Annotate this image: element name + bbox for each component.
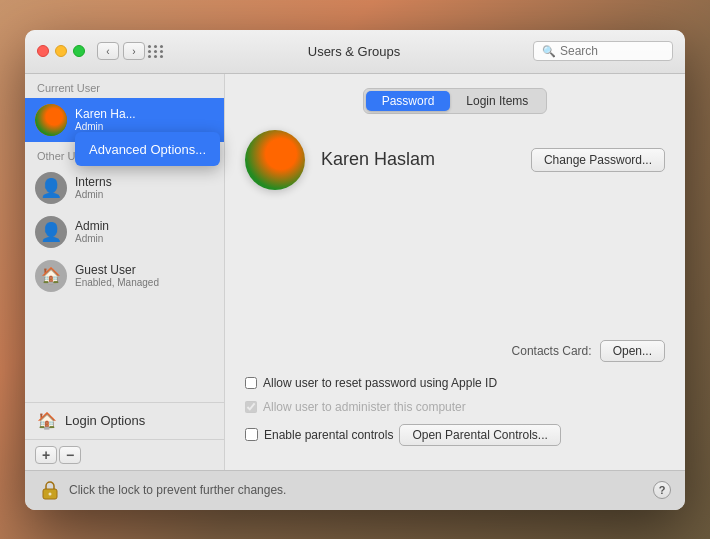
login-options-label: Login Options <box>65 413 145 428</box>
search-input[interactable] <box>560 44 660 58</box>
titlebar: ‹ › Users & Groups 🔍 <box>25 30 685 74</box>
user-role-karen: Admin <box>75 121 214 132</box>
avatar-guest: 🏠 <box>35 260 67 292</box>
lock-message: Click the lock to prevent further change… <box>69 483 286 497</box>
user-name-admin: Admin <box>75 219 214 233</box>
user-name-interns: Interns <box>75 175 214 189</box>
sidebar-bottom: 🏠 Login Options + − <box>25 402 224 470</box>
user-detail-name: Karen Haslam <box>321 149 531 170</box>
tab-login-items[interactable]: Login Items <box>450 91 544 111</box>
checkbox-parental[interactable] <box>245 428 258 441</box>
open-parental-controls-button[interactable]: Open Parental Controls... <box>399 424 560 446</box>
advanced-options-label: Advanced Options... <box>89 142 206 157</box>
grid-icon <box>148 45 164 58</box>
forward-button[interactable]: › <box>123 42 145 60</box>
checkbox-administer[interactable] <box>245 401 257 413</box>
change-password-button[interactable]: Change Password... <box>531 148 665 172</box>
checkbox-apple-id-label: Allow user to reset password using Apple… <box>263 376 497 390</box>
sidebar: Current User Karen Ha... Admin Advanced … <box>25 74 225 470</box>
sidebar-actions: + − <box>25 439 224 470</box>
maximize-button[interactable] <box>73 45 85 57</box>
user-name-guest: Guest User <box>75 263 214 277</box>
contacts-card-label: Contacts Card: <box>512 344 592 358</box>
contacts-card-row: Contacts Card: Open... <box>245 340 665 362</box>
traffic-lights <box>37 45 85 57</box>
current-user-label: Current User <box>25 74 224 98</box>
user-role-admin: Admin <box>75 233 214 244</box>
content-area: Current User Karen Ha... Admin Advanced … <box>25 74 685 470</box>
checkbox-row-administer: Allow user to administer this computer <box>245 400 665 414</box>
add-user-button[interactable]: + <box>35 446 57 464</box>
house-icon: 🏠 <box>37 411 57 431</box>
form-area: Contacts Card: Open... Allow user to res… <box>245 210 665 456</box>
grid-button[interactable] <box>145 42 167 60</box>
window-title: Users & Groups <box>175 44 533 59</box>
avatar-karen <box>35 104 67 136</box>
checkbox-parental-label: Enable parental controls <box>264 428 393 442</box>
checkbox-administer-label: Allow user to administer this computer <box>263 400 466 414</box>
lock-area: Click the lock to prevent further change… <box>39 479 286 501</box>
back-button[interactable]: ‹ <box>97 42 119 60</box>
user-detail: Karen Haslam Change Password... <box>245 130 665 190</box>
search-box[interactable]: 🔍 <box>533 41 673 61</box>
help-button[interactable]: ? <box>653 481 671 499</box>
sidebar-item-interns[interactable]: 👤 Interns Admin <box>25 166 224 210</box>
window: ‹ › Users & Groups 🔍 Current User Karen <box>25 30 685 510</box>
user-name-karen: Karen Ha... <box>75 107 214 121</box>
open-contacts-button[interactable]: Open... <box>600 340 665 362</box>
avatar-admin: 👤 <box>35 216 67 248</box>
close-button[interactable] <box>37 45 49 57</box>
user-detail-avatar <box>245 130 305 190</box>
checkbox-row-apple-id: Allow user to reset password using Apple… <box>245 376 665 390</box>
user-role-guest: Enabled, Managed <box>75 277 214 288</box>
parental-row: Enable parental controls Open Parental C… <box>245 424 665 446</box>
checkbox-apple-id[interactable] <box>245 377 257 389</box>
advanced-options-dropdown[interactable]: Advanced Options... <box>75 132 220 166</box>
user-role-interns: Admin <box>75 189 214 200</box>
nav-buttons: ‹ › <box>97 42 145 60</box>
minimize-button[interactable] <box>55 45 67 57</box>
tab-password[interactable]: Password <box>366 91 451 111</box>
search-icon: 🔍 <box>542 45 556 58</box>
lock-icon[interactable] <box>39 479 61 501</box>
login-options-item[interactable]: 🏠 Login Options <box>25 403 224 439</box>
avatar-interns: 👤 <box>35 172 67 204</box>
svg-point-1 <box>49 493 52 496</box>
segmented-control: Password Login Items <box>363 88 548 114</box>
bottom-bar: Click the lock to prevent further change… <box>25 470 685 510</box>
remove-user-button[interactable]: − <box>59 446 81 464</box>
sidebar-item-admin[interactable]: 👤 Admin Admin <box>25 210 224 254</box>
main-panel: Password Login Items Karen Haslam Change… <box>225 74 685 470</box>
sidebar-item-guest[interactable]: 🏠 Guest User Enabled, Managed <box>25 254 224 298</box>
